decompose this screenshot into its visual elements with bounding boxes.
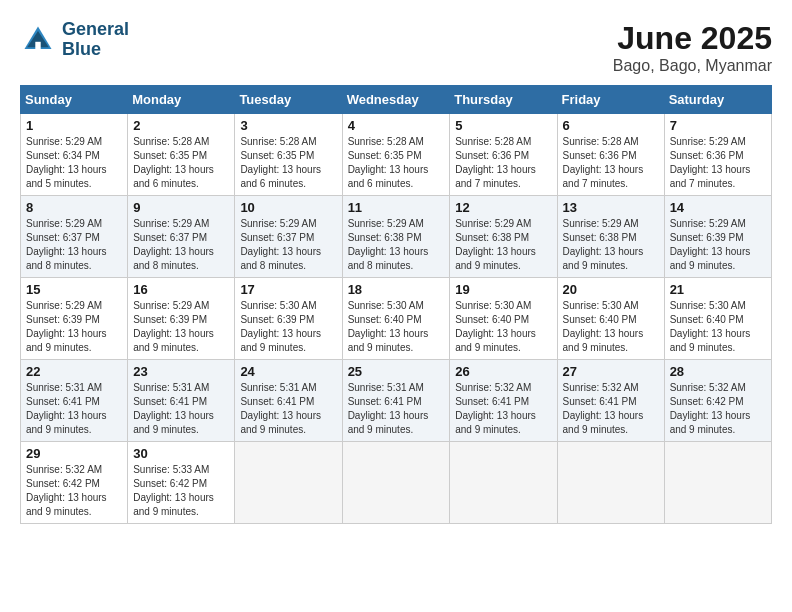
day-detail: Sunrise: 5:29 AM Sunset: 6:37 PM Dayligh…: [240, 217, 336, 273]
table-row: 7Sunrise: 5:29 AM Sunset: 6:36 PM Daylig…: [664, 114, 771, 196]
day-detail: Sunrise: 5:31 AM Sunset: 6:41 PM Dayligh…: [26, 381, 122, 437]
day-detail: Sunrise: 5:30 AM Sunset: 6:40 PM Dayligh…: [348, 299, 445, 355]
day-number: 16: [133, 282, 229, 297]
table-row: 12Sunrise: 5:29 AM Sunset: 6:38 PM Dayli…: [450, 196, 557, 278]
day-detail: Sunrise: 5:28 AM Sunset: 6:35 PM Dayligh…: [240, 135, 336, 191]
day-detail: Sunrise: 5:29 AM Sunset: 6:39 PM Dayligh…: [670, 217, 766, 273]
col-thursday: Thursday: [450, 86, 557, 114]
day-number: 11: [348, 200, 445, 215]
table-row: 17Sunrise: 5:30 AM Sunset: 6:39 PM Dayli…: [235, 278, 342, 360]
logo-line1: General: [62, 20, 129, 40]
day-detail: Sunrise: 5:29 AM Sunset: 6:39 PM Dayligh…: [26, 299, 122, 355]
day-detail: Sunrise: 5:28 AM Sunset: 6:36 PM Dayligh…: [563, 135, 659, 191]
table-row: 10Sunrise: 5:29 AM Sunset: 6:37 PM Dayli…: [235, 196, 342, 278]
calendar-table: Sunday Monday Tuesday Wednesday Thursday…: [20, 85, 772, 524]
col-wednesday: Wednesday: [342, 86, 450, 114]
day-number: 10: [240, 200, 336, 215]
day-detail: Sunrise: 5:28 AM Sunset: 6:35 PM Dayligh…: [133, 135, 229, 191]
day-detail: Sunrise: 5:31 AM Sunset: 6:41 PM Dayligh…: [133, 381, 229, 437]
table-row: 27Sunrise: 5:32 AM Sunset: 6:41 PM Dayli…: [557, 360, 664, 442]
calendar-week-row: 15Sunrise: 5:29 AM Sunset: 6:39 PM Dayli…: [21, 278, 772, 360]
day-detail: Sunrise: 5:30 AM Sunset: 6:39 PM Dayligh…: [240, 299, 336, 355]
calendar-week-row: 8Sunrise: 5:29 AM Sunset: 6:37 PM Daylig…: [21, 196, 772, 278]
day-number: 30: [133, 446, 229, 461]
logo: General Blue: [20, 20, 129, 60]
day-detail: Sunrise: 5:31 AM Sunset: 6:41 PM Dayligh…: [240, 381, 336, 437]
day-number: 26: [455, 364, 551, 379]
day-number: 21: [670, 282, 766, 297]
col-tuesday: Tuesday: [235, 86, 342, 114]
table-row: 9Sunrise: 5:29 AM Sunset: 6:37 PM Daylig…: [128, 196, 235, 278]
table-row: 6Sunrise: 5:28 AM Sunset: 6:36 PM Daylig…: [557, 114, 664, 196]
day-detail: Sunrise: 5:32 AM Sunset: 6:41 PM Dayligh…: [455, 381, 551, 437]
table-row: [450, 442, 557, 524]
table-row: 13Sunrise: 5:29 AM Sunset: 6:38 PM Dayli…: [557, 196, 664, 278]
day-detail: Sunrise: 5:32 AM Sunset: 6:42 PM Dayligh…: [26, 463, 122, 519]
table-row: 11Sunrise: 5:29 AM Sunset: 6:38 PM Dayli…: [342, 196, 450, 278]
logo-line2: Blue: [62, 40, 129, 60]
col-sunday: Sunday: [21, 86, 128, 114]
day-number: 25: [348, 364, 445, 379]
day-number: 5: [455, 118, 551, 133]
calendar-header-row: Sunday Monday Tuesday Wednesday Thursday…: [21, 86, 772, 114]
day-detail: Sunrise: 5:29 AM Sunset: 6:39 PM Dayligh…: [133, 299, 229, 355]
table-row: [664, 442, 771, 524]
table-row: 29Sunrise: 5:32 AM Sunset: 6:42 PM Dayli…: [21, 442, 128, 524]
day-detail: Sunrise: 5:32 AM Sunset: 6:42 PM Dayligh…: [670, 381, 766, 437]
day-detail: Sunrise: 5:29 AM Sunset: 6:34 PM Dayligh…: [26, 135, 122, 191]
day-number: 23: [133, 364, 229, 379]
title-area: June 2025 Bago, Bago, Myanmar: [613, 20, 772, 75]
day-number: 7: [670, 118, 766, 133]
table-row: 26Sunrise: 5:32 AM Sunset: 6:41 PM Dayli…: [450, 360, 557, 442]
day-number: 9: [133, 200, 229, 215]
svg-rect-2: [35, 42, 40, 49]
day-number: 17: [240, 282, 336, 297]
table-row: 23Sunrise: 5:31 AM Sunset: 6:41 PM Dayli…: [128, 360, 235, 442]
day-number: 24: [240, 364, 336, 379]
table-row: 15Sunrise: 5:29 AM Sunset: 6:39 PM Dayli…: [21, 278, 128, 360]
day-number: 4: [348, 118, 445, 133]
day-detail: Sunrise: 5:30 AM Sunset: 6:40 PM Dayligh…: [563, 299, 659, 355]
calendar-week-row: 29Sunrise: 5:32 AM Sunset: 6:42 PM Dayli…: [21, 442, 772, 524]
day-number: 1: [26, 118, 122, 133]
table-row: 3Sunrise: 5:28 AM Sunset: 6:35 PM Daylig…: [235, 114, 342, 196]
table-row: 21Sunrise: 5:30 AM Sunset: 6:40 PM Dayli…: [664, 278, 771, 360]
day-detail: Sunrise: 5:30 AM Sunset: 6:40 PM Dayligh…: [455, 299, 551, 355]
day-detail: Sunrise: 5:29 AM Sunset: 6:38 PM Dayligh…: [563, 217, 659, 273]
table-row: [342, 442, 450, 524]
day-number: 27: [563, 364, 659, 379]
day-detail: Sunrise: 5:28 AM Sunset: 6:35 PM Dayligh…: [348, 135, 445, 191]
table-row: 28Sunrise: 5:32 AM Sunset: 6:42 PM Dayli…: [664, 360, 771, 442]
day-number: 8: [26, 200, 122, 215]
day-number: 2: [133, 118, 229, 133]
day-number: 13: [563, 200, 659, 215]
day-number: 6: [563, 118, 659, 133]
day-number: 14: [670, 200, 766, 215]
calendar-week-row: 1Sunrise: 5:29 AM Sunset: 6:34 PM Daylig…: [21, 114, 772, 196]
table-row: 16Sunrise: 5:29 AM Sunset: 6:39 PM Dayli…: [128, 278, 235, 360]
month-title: June 2025: [613, 20, 772, 57]
table-row: 1Sunrise: 5:29 AM Sunset: 6:34 PM Daylig…: [21, 114, 128, 196]
day-number: 20: [563, 282, 659, 297]
day-detail: Sunrise: 5:29 AM Sunset: 6:38 PM Dayligh…: [455, 217, 551, 273]
col-saturday: Saturday: [664, 86, 771, 114]
logo-icon: [20, 22, 56, 58]
location-title: Bago, Bago, Myanmar: [613, 57, 772, 75]
table-row: 20Sunrise: 5:30 AM Sunset: 6:40 PM Dayli…: [557, 278, 664, 360]
calendar-week-row: 22Sunrise: 5:31 AM Sunset: 6:41 PM Dayli…: [21, 360, 772, 442]
col-friday: Friday: [557, 86, 664, 114]
day-number: 19: [455, 282, 551, 297]
day-detail: Sunrise: 5:29 AM Sunset: 6:37 PM Dayligh…: [26, 217, 122, 273]
logo-text: General Blue: [62, 20, 129, 60]
day-detail: Sunrise: 5:32 AM Sunset: 6:41 PM Dayligh…: [563, 381, 659, 437]
day-number: 15: [26, 282, 122, 297]
day-number: 22: [26, 364, 122, 379]
table-row: 2Sunrise: 5:28 AM Sunset: 6:35 PM Daylig…: [128, 114, 235, 196]
day-detail: Sunrise: 5:28 AM Sunset: 6:36 PM Dayligh…: [455, 135, 551, 191]
table-row: 19Sunrise: 5:30 AM Sunset: 6:40 PM Dayli…: [450, 278, 557, 360]
day-number: 29: [26, 446, 122, 461]
col-monday: Monday: [128, 86, 235, 114]
table-row: 22Sunrise: 5:31 AM Sunset: 6:41 PM Dayli…: [21, 360, 128, 442]
table-row: 8Sunrise: 5:29 AM Sunset: 6:37 PM Daylig…: [21, 196, 128, 278]
table-row: [235, 442, 342, 524]
